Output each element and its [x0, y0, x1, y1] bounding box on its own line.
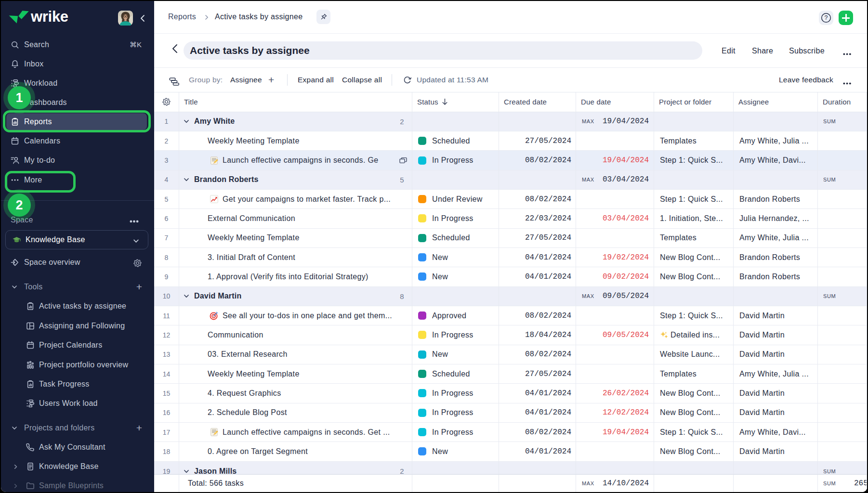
- svg-text:?: ?: [825, 14, 828, 21]
